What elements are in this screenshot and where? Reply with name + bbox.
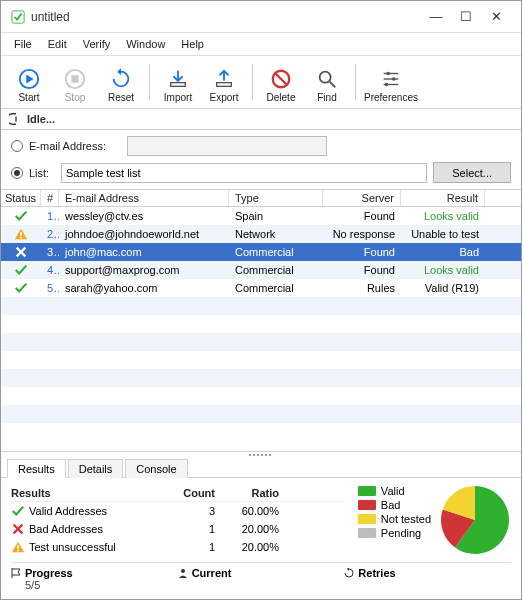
source-panel: E-mail Address: List: Select... [1, 130, 521, 190]
forbidden-icon [270, 68, 292, 90]
maximize-button[interactable]: ☐ [451, 9, 481, 24]
find-button[interactable]: Find [305, 60, 349, 104]
col-number[interactable]: # [41, 190, 59, 206]
progress-bar-row: Progress 5/5 Current Retries [11, 562, 511, 591]
row-server: Found [323, 246, 401, 258]
menu-edit[interactable]: Edit [41, 35, 74, 53]
row-email: sarah@yahoo.com [59, 282, 229, 294]
grid-body[interactable]: 1wessley@ctv.esSpainFoundLooks valid2joh… [1, 207, 521, 451]
delete-button[interactable]: Delete [259, 60, 303, 104]
table-row-empty [1, 369, 521, 387]
list-radio[interactable] [11, 167, 23, 179]
menu-window[interactable]: Window [119, 35, 172, 53]
col-status[interactable]: Status [1, 190, 41, 206]
col-server[interactable]: Server [323, 190, 401, 206]
row-number: 5 [41, 282, 59, 294]
table-row-empty [1, 333, 521, 351]
minimize-button[interactable]: — [421, 9, 451, 24]
row-result: Bad [401, 246, 485, 258]
start-button[interactable]: Start [7, 60, 51, 104]
close-button[interactable]: ✕ [481, 9, 511, 24]
col-type[interactable]: Type [229, 190, 323, 206]
chart-legend: Valid Bad Not tested Pending [358, 484, 431, 556]
grid-header: Status # E-mail Address Type Server Resu… [1, 190, 521, 207]
stop-button[interactable]: Stop [53, 60, 97, 104]
col-result[interactable]: Result [401, 190, 485, 206]
window-title: untitled [31, 10, 421, 24]
progress-label: Progress [25, 567, 73, 579]
list-label: List: [29, 167, 55, 179]
separator [252, 64, 253, 100]
menu-help[interactable]: Help [174, 35, 211, 53]
table-row-empty [1, 297, 521, 315]
row-result: Looks valid [401, 264, 485, 276]
row-type: Spain [229, 210, 323, 222]
toolbar: Start Stop Reset Import Export Delete Fi… [1, 56, 521, 109]
progress-value: 5/5 [11, 579, 178, 591]
table-row-empty [1, 405, 521, 423]
email-address-row: E-mail Address: [11, 136, 511, 156]
row-server: Found [323, 210, 401, 222]
svg-rect-18 [20, 237, 22, 239]
status-icon [1, 209, 41, 223]
current-label: Current [192, 567, 232, 579]
svg-line-7 [276, 74, 287, 85]
retries-label: Retries [358, 567, 395, 579]
tab-console[interactable]: Console [125, 459, 187, 478]
menu-verify[interactable]: Verify [76, 35, 118, 53]
sliders-icon [380, 68, 402, 90]
email-label: E-mail Address: [29, 140, 121, 152]
preferences-button[interactable]: Preferences [362, 60, 420, 104]
svg-point-13 [392, 77, 396, 81]
swatch-pending [358, 528, 376, 538]
menu-file[interactable]: File [7, 35, 39, 53]
download-icon [167, 68, 189, 90]
status-icon [1, 263, 41, 277]
svg-rect-5 [217, 83, 232, 87]
search-icon [316, 68, 338, 90]
row-number: 1 [41, 210, 59, 222]
results-panel: Results Count Ratio Valid Addresses360.0… [1, 478, 521, 599]
table-row[interactable]: 1wessley@ctv.esSpainFoundLooks valid [1, 207, 521, 225]
row-email: johndoe@johndoeworld.net [59, 228, 229, 240]
table-row[interactable]: 4support@maxprog.comCommercialFoundLooks… [1, 261, 521, 279]
svg-point-11 [386, 72, 390, 76]
import-button[interactable]: Import [156, 60, 200, 104]
flag-icon [11, 568, 21, 578]
reset-button[interactable]: Reset [99, 60, 143, 104]
row-number: 3 [41, 246, 59, 258]
titlebar: untitled — ☐ ✕ [1, 1, 521, 33]
table-row-empty [1, 387, 521, 405]
status-bar: Idle... [1, 109, 521, 130]
email-input[interactable] [127, 136, 327, 156]
row-type: Commercial [229, 264, 323, 276]
list-input[interactable] [61, 163, 427, 183]
table-row[interactable]: 3john@mac.comCommercialFoundBad [1, 243, 521, 261]
svg-rect-4 [171, 83, 186, 87]
tab-details[interactable]: Details [68, 459, 124, 478]
idle-icon [9, 112, 23, 126]
pie-chart [439, 484, 511, 556]
status-icon [1, 281, 41, 295]
play-icon [18, 68, 40, 90]
row-number: 4 [41, 264, 59, 276]
tab-results[interactable]: Results [7, 459, 66, 478]
row-server: Rules [323, 282, 401, 294]
row-email: john@mac.com [59, 246, 229, 258]
row-server: Found [323, 264, 401, 276]
row-result: Looks valid [401, 210, 485, 222]
export-button[interactable]: Export [202, 60, 246, 104]
email-radio[interactable] [11, 140, 23, 152]
svg-line-9 [330, 82, 336, 88]
rt-head-ratio: Ratio [219, 487, 279, 499]
menubar: File Edit Verify Window Help [1, 33, 521, 56]
col-email[interactable]: E-mail Address [59, 190, 229, 206]
svg-rect-17 [20, 232, 22, 236]
select-button[interactable]: Select... [433, 162, 511, 183]
table-row[interactable]: 5sarah@yahoo.comCommercialRulesValid (R1… [1, 279, 521, 297]
swatch-bad [358, 500, 376, 510]
results-grid: Status # E-mail Address Type Server Resu… [1, 190, 521, 452]
svg-rect-19 [17, 545, 19, 549]
table-row[interactable]: 2johndoe@johndoeworld.netNetworkNo respo… [1, 225, 521, 243]
rt-head-results: Results [11, 487, 151, 499]
